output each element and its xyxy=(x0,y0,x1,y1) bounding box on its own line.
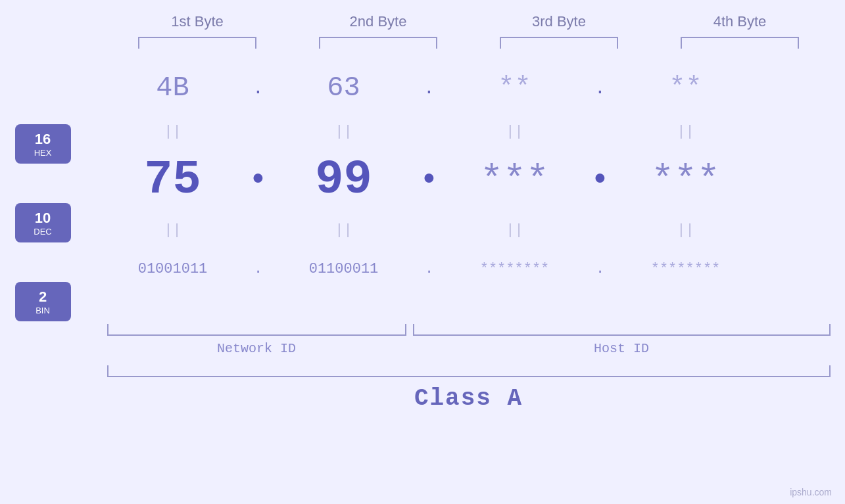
bracket-byte1 xyxy=(138,37,256,49)
dec-badge-num: 10 xyxy=(35,210,51,227)
dec-badge: 10 DEC xyxy=(15,203,71,242)
equals-row-1: || || || || xyxy=(101,118,831,144)
bytes-area: 4B . 63 . ** . ** || || xyxy=(101,58,831,295)
dec-byte3: *** xyxy=(443,159,587,202)
eq1-b2: || xyxy=(272,122,416,140)
bin-badge-num: 2 xyxy=(39,288,47,306)
bin-byte4: ******** xyxy=(614,261,758,277)
top-brackets-row xyxy=(107,37,831,49)
bin-byte3: ******** xyxy=(443,261,587,277)
big-bottom-bracket xyxy=(107,365,831,377)
hex-dot1: . xyxy=(245,78,272,99)
bin-values-row: 01001011 . 01100011 . ******** . *******… xyxy=(101,242,831,295)
bracket-network-id xyxy=(107,324,406,336)
eq1-b1: || xyxy=(101,122,245,140)
big-bracket-container xyxy=(107,365,831,377)
bracket-host-id xyxy=(413,324,831,336)
hex-dot2: . xyxy=(416,78,443,99)
class-label: Class A xyxy=(414,385,523,412)
byte4-header: 4th Byte xyxy=(667,13,812,30)
bracket-byte4 xyxy=(681,37,799,49)
bin-badge-label: BIN xyxy=(36,306,50,315)
hex-byte3: ** xyxy=(443,72,587,104)
equals-row-2: || || || || xyxy=(101,216,831,242)
hex-values-row: 4B . 63 . ** . ** xyxy=(101,58,831,118)
eq1-b3: || xyxy=(443,122,587,140)
hex-badge-label: HEX xyxy=(34,148,52,158)
bottom-brackets-container xyxy=(107,324,831,336)
main-container: 1st Byte 2nd Byte 3rd Byte 4th Byte 16 H… xyxy=(0,0,845,504)
byte-headers-row: 1st Byte 2nd Byte 3rd Byte 4th Byte xyxy=(107,13,831,30)
eq2-b1: || xyxy=(101,221,245,239)
dec-badge-label: DEC xyxy=(34,227,51,237)
dec-byte2: 99 xyxy=(272,153,416,207)
byte2-header: 2nd Byte xyxy=(306,13,450,30)
bin-dot2: . xyxy=(416,261,443,277)
eq2-b2: || xyxy=(272,221,416,239)
hex-byte4: ** xyxy=(614,72,758,104)
bin-badge: 2 BIN xyxy=(15,282,71,321)
bracket-byte2 xyxy=(319,37,437,49)
hex-dot3: . xyxy=(587,78,614,99)
eq2-b4: || xyxy=(614,221,758,239)
bracket-byte3 xyxy=(500,37,618,49)
bin-dot3: . xyxy=(587,261,614,277)
eq1-b4: || xyxy=(614,122,758,140)
byte1-header: 1st Byte xyxy=(125,13,270,30)
label-column: 16 HEX 10 DEC 2 BIN xyxy=(15,58,101,321)
hex-badge-num: 16 xyxy=(35,131,51,148)
eq2-b3: || xyxy=(443,221,587,239)
footer: ipshu.com xyxy=(790,487,832,497)
byte3-header: 3rd Byte xyxy=(487,13,631,30)
bin-dot1: . xyxy=(245,261,272,277)
bin-byte2: 01100011 xyxy=(272,261,416,277)
hex-badge: 16 HEX xyxy=(15,124,71,164)
dec-values-row: 75 • 99 • *** • *** xyxy=(101,144,831,216)
bin-byte1: 01001011 xyxy=(101,261,245,277)
content-area: 16 HEX 10 DEC 2 BIN 4B . 63 xyxy=(15,58,831,321)
dec-byte1: 75 xyxy=(101,153,245,207)
dec-dot2: • xyxy=(416,162,443,198)
id-labels-row: Network ID Host ID xyxy=(107,341,831,356)
host-id-label: Host ID xyxy=(413,341,831,356)
hex-byte2: 63 xyxy=(272,72,416,104)
class-label-row: Class A xyxy=(107,385,831,412)
network-id-label: Network ID xyxy=(107,341,406,356)
dec-byte4: *** xyxy=(614,159,758,202)
dec-dot3: • xyxy=(587,162,614,198)
dec-dot1: • xyxy=(245,162,272,198)
hex-byte1: 4B xyxy=(101,72,245,104)
